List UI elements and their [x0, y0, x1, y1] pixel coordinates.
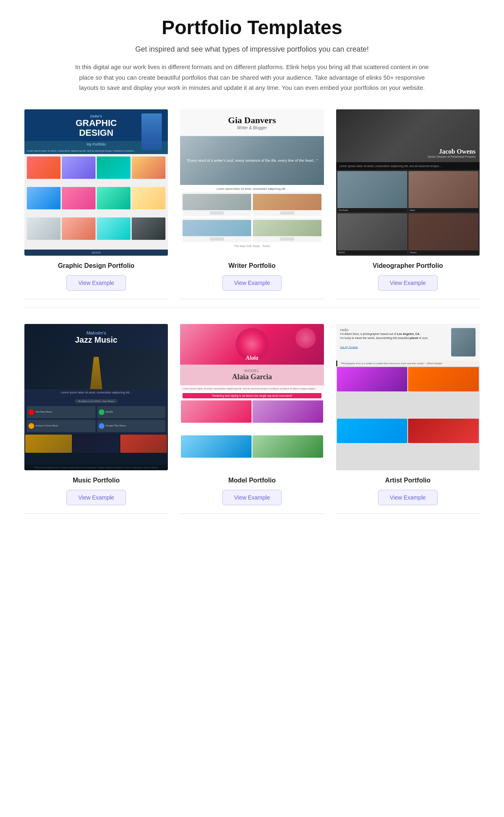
mu-amazon-icon: [28, 423, 34, 429]
mu-link-amazon: Amazon Prime Music: [27, 420, 96, 432]
mock-mu-pre: Malcolm's: [28, 330, 165, 335]
mock-ar-link: See My Portfolio: [340, 346, 358, 348]
gd-tile-4: [132, 156, 165, 179]
template-image-artist: Hello I'm Albert Dera, a photographer ba…: [336, 324, 480, 470]
wr-article-1: [182, 192, 251, 216]
ar-photo-4: [408, 419, 479, 443]
mock-ar-portrait: [451, 328, 476, 356]
wr-footer-2: Poem: [263, 245, 270, 248]
mock-ar-grid: [336, 366, 480, 470]
templates-grid: Duke's GRAPHICDESIGN My Portfolio Lorem …: [24, 109, 480, 299]
view-example-videographer[interactable]: View Example: [378, 275, 437, 291]
gd-tile-9: [27, 217, 61, 240]
mock-md-desc: Lorem ipsum dolor sit amet, consectetur …: [180, 385, 324, 392]
wr-article-img-2: [253, 194, 322, 210]
template-image-writer: Gia Danvers Writer & Blogger "Every word…: [180, 109, 324, 256]
md-photo-2: [252, 400, 323, 423]
mock-writer: Gia Danvers Writer & Blogger "Every word…: [180, 109, 324, 256]
mock-md-hero: Alaia: [180, 324, 324, 365]
mu-photo-2: [73, 435, 119, 453]
gd-tile-3: [97, 156, 130, 179]
ar-photo-3: [337, 419, 408, 443]
mock-artist: Hello I'm Albert Dera, a photographer ba…: [336, 324, 480, 470]
wr-footer-1: The New York Times: [234, 245, 260, 248]
mock-vg-overlay: Jacob Owens Senior Director of Paramount…: [428, 148, 476, 158]
view-example-music[interactable]: View Example: [66, 490, 126, 505]
page-title: Portfolio Templates: [24, 16, 480, 39]
mock-ar-text: Hello I'm Albert Dera, a photographer ba…: [340, 328, 448, 350]
mock-graphic-design: Duke's GRAPHICDESIGN My Portfolio Lorem …: [24, 109, 168, 256]
vg-img-3: [337, 213, 407, 250]
mock-wr-hero: "Every word of a writer's soul, every se…: [180, 136, 324, 185]
mock-wr-name: Gia Danvers: [183, 115, 320, 126]
mu-spotify-icon: [99, 409, 104, 415]
templates-grid-2: Malcolm's Jazz Music Lorem ipsum dolor s…: [24, 324, 480, 514]
mock-ar-bio: I'm Albert Dera, a photographer based ou…: [340, 332, 448, 341]
md-photo-3: [181, 435, 252, 458]
template-name-artist: Artist Portfolio: [385, 477, 430, 484]
view-example-artist[interactable]: View Example: [378, 490, 437, 505]
vg-cell-3: BGAC: [337, 213, 407, 254]
view-example-model[interactable]: View Example: [222, 490, 282, 505]
mock-md-label: Model: [183, 369, 320, 373]
vg-cell-4: Vimeo: [408, 213, 478, 254]
vg-label-1: YouTube: [337, 208, 407, 212]
template-name-graphic-design: Graphic Design Portfolio: [58, 262, 134, 269]
gd-tile-2: [62, 156, 96, 179]
vg-label-2: Vevo: [408, 208, 478, 212]
gd-tile-8: [132, 187, 165, 209]
mock-vg-subtitle: Senior Director of Paramount Pictures: [428, 155, 476, 158]
template-card-music: Malcolm's Jazz Music Lorem ipsum dolor s…: [24, 324, 168, 514]
mock-mu-hero: [24, 349, 168, 389]
template-image-music: Malcolm's Jazz Music Lorem ipsum dolor s…: [24, 324, 168, 470]
mock-md-name: Alaia Garcia: [183, 373, 320, 381]
vg-label-3: BGAC: [337, 250, 407, 254]
mu-youtube-text: YouTube Music: [35, 411, 52, 413]
mu-google-icon: [99, 423, 104, 429]
mock-ar-header: Hello I'm Albert Dera, a photographer ba…: [336, 324, 480, 361]
gd-tile-5: [27, 187, 61, 209]
mu-spotify-text: Spotify: [106, 411, 113, 413]
wr-article-img-1: [182, 194, 251, 210]
mock-vg-name: Jacob Owens: [428, 148, 476, 155]
template-card-writer: Gia Danvers Writer & Blogger "Every word…: [180, 109, 324, 299]
gd-tile-1: [27, 156, 61, 179]
mock-md-cta: "Modeling and styling is all about one s…: [182, 393, 321, 398]
mu-photo-3: [120, 435, 167, 453]
view-example-graphic-design[interactable]: View Example: [66, 275, 126, 291]
wr-btn-2: [280, 211, 294, 215]
view-example-writer[interactable]: View Example: [222, 275, 282, 291]
template-name-videographer: Videographer Portfolio: [373, 262, 443, 269]
template-image-model: Alaia Model Alaia Garcia Lorem ipsum dol…: [180, 324, 324, 470]
mu-amazon-text: Amazon Prime Music: [35, 424, 59, 427]
mock-wr-articles: [182, 192, 321, 242]
gd-tile-7: [97, 187, 130, 209]
wr-btn-4: [280, 237, 294, 241]
mock-videographer: Jacob Owens Senior Director of Paramount…: [336, 109, 480, 256]
wr-article-img-3: [182, 220, 251, 236]
mock-gd-grid: [24, 154, 168, 249]
mock-music: Malcolm's Jazz Music Lorem ipsum dolor s…: [24, 324, 168, 470]
wr-btn-1: [210, 211, 224, 215]
mock-gd-header: Duke's GRAPHICDESIGN: [24, 109, 168, 141]
mock-md-grid: [180, 400, 324, 470]
mock-wr-body: Lorem ipsum dolor sit amet, consectetur …: [180, 185, 324, 256]
mock-wr-title: Writer & Blogger: [183, 126, 320, 130]
mu-youtube-icon: [28, 409, 34, 415]
template-name-music: Music Portfolio: [73, 477, 120, 484]
vg-label-4: Vimeo: [408, 250, 478, 254]
mu-google-text: Google Play Music: [106, 424, 126, 427]
wr-btn-3: [210, 237, 224, 241]
section-divider: [24, 307, 480, 308]
md-photo-1: [181, 400, 252, 423]
template-card-model: Alaia Model Alaia Garcia Lorem ipsum dol…: [180, 324, 324, 514]
mock-mu-header: Malcolm's Jazz Music: [24, 324, 168, 349]
vg-img-1: [337, 171, 407, 208]
gd-tile-12: [132, 217, 165, 240]
ar-photo-2: [408, 367, 479, 391]
mock-md-header: Model Alaia Garcia: [180, 365, 324, 385]
vg-cell-2: Vevo: [408, 171, 478, 212]
page-description: In this digital age our work lives in di…: [69, 62, 435, 93]
template-card-videographer: Jacob Owens Senior Director of Paramount…: [336, 109, 480, 299]
mock-mu-links: YouTube Music Spotify Amazon Prime Music…: [24, 404, 168, 434]
